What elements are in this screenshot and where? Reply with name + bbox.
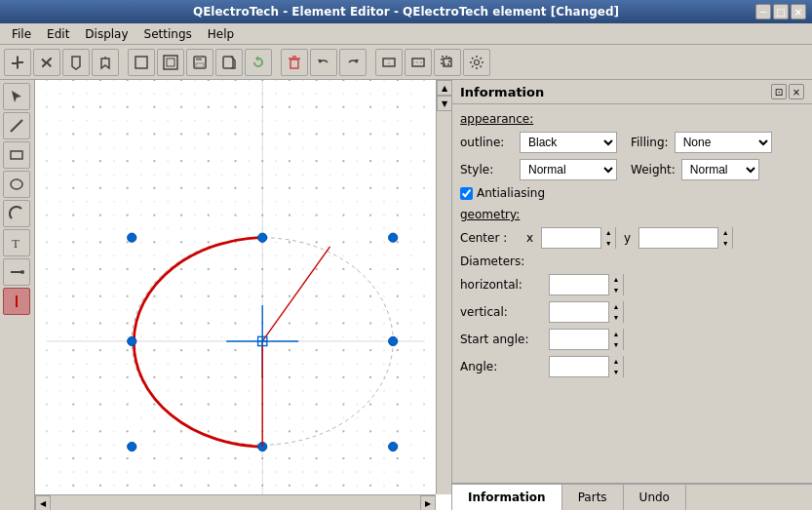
toolbar-btn-resize-h[interactable] [375, 49, 403, 76]
horizontal-spin-down[interactable]: ▼ [609, 285, 623, 295]
close-button[interactable]: × [791, 4, 806, 20]
toolbar-btn-1[interactable] [33, 49, 60, 76]
svg-point-21 [475, 59, 480, 64]
y-spin-up[interactable]: ▲ [718, 227, 732, 238]
toolbar-btn-4[interactable] [128, 49, 155, 76]
x-spin-down[interactable]: ▼ [601, 238, 615, 249]
antialiasing-checkbox[interactable] [460, 187, 473, 200]
canvas-container[interactable]: ▲ ▼ ◀ ▶ [35, 80, 451, 510]
toolbar-btn-5[interactable] [157, 49, 184, 76]
toolbar-btn-refresh[interactable] [245, 49, 272, 76]
svg-rect-46 [46, 80, 424, 494]
tab-undo[interactable]: Undo [624, 485, 686, 510]
outline-filling-row: outline: Black White Red Blue Filling: N… [460, 132, 804, 153]
horizontal-spinbox[interactable]: 50,00 ▲ ▼ [549, 274, 624, 295]
minimize-button[interactable]: ─ [755, 4, 771, 20]
start-angle-input[interactable]: 58 [550, 330, 608, 349]
filling-select[interactable]: None White Black [675, 132, 772, 153]
y-spin-down[interactable]: ▼ [718, 238, 732, 249]
toolbar-btn-resize-v[interactable] [405, 49, 432, 76]
scroll-up-btn[interactable]: ▲ [437, 80, 451, 96]
svg-point-52 [389, 233, 398, 242]
tab-parts[interactable]: Parts [562, 485, 624, 510]
main-area: T [0, 80, 812, 510]
toolbar-btn-undo[interactable] [310, 49, 337, 76]
menubar: File Edit Display Settings Help [0, 23, 812, 45]
titlebar-controls: ─ □ × [755, 4, 806, 20]
tool-active-item[interactable] [3, 288, 30, 315]
outline-label: outline: [460, 136, 514, 149]
tab-information[interactable]: Information [452, 485, 562, 510]
angle-spin-down[interactable]: ▼ [609, 367, 623, 377]
svg-rect-10 [290, 59, 298, 68]
canvas-svg [35, 80, 436, 494]
toolbar-btn-copy[interactable] [434, 49, 461, 76]
x-spinbox[interactable]: 0,00 ▲ ▼ [541, 227, 616, 249]
tool-arc[interactable] [3, 200, 30, 227]
tool-line[interactable] [3, 112, 30, 139]
angle-spin-up[interactable]: ▲ [609, 356, 623, 367]
maximize-button[interactable]: □ [773, 4, 789, 20]
y-spinbox[interactable]: 0,00 ▲ ▼ [638, 227, 733, 249]
tool-rect[interactable] [3, 141, 30, 169]
svg-text:T: T [12, 236, 19, 251]
panel-float-button[interactable]: ⊡ [771, 84, 787, 99]
vertical-spin-down[interactable]: ▼ [609, 312, 623, 323]
canvas-main[interactable] [35, 80, 436, 494]
style-select[interactable]: Normal Dashed Dotted [520, 159, 617, 180]
svg-point-55 [128, 442, 136, 451]
menu-settings[interactable]: Settings [136, 25, 200, 43]
scroll-right-btn[interactable]: ▶ [420, 495, 436, 510]
bottom-tabs: Information Parts Undo [452, 483, 812, 510]
menu-help[interactable]: Help [200, 25, 242, 43]
start-angle-spin-down[interactable]: ▼ [609, 339, 623, 350]
toolbar-btn-0[interactable] [4, 49, 31, 76]
vertical-input[interactable]: 40,00 [550, 302, 608, 322]
vertical-spin-up[interactable]: ▲ [609, 301, 623, 312]
menu-display[interactable]: Display [77, 25, 135, 43]
angle-input[interactable]: 148 [550, 357, 608, 376]
geometry-section: geometry: Center : x 0,00 ▲ ▼ y 0,00 [460, 208, 804, 377]
weight-select[interactable]: Normal Thin Thick [681, 159, 759, 180]
horizontal-scrollbar[interactable]: ◀ ▶ [35, 494, 436, 510]
vertical-row: vertical: 40,00 ▲ ▼ [460, 301, 804, 323]
menu-file[interactable]: File [4, 25, 39, 43]
svg-point-50 [128, 233, 136, 242]
horizontal-spin-up[interactable]: ▲ [609, 274, 623, 285]
start-angle-spinbox-btns: ▲ ▼ [608, 329, 623, 350]
toolbar-btn-save[interactable] [186, 49, 213, 76]
toolbar-btn-save-as[interactable] [215, 49, 243, 76]
x-input[interactable]: 0,00 [542, 228, 600, 248]
toolbar-btn-2[interactable] [62, 49, 90, 76]
tool-terminal[interactable] [3, 258, 30, 286]
angle-spinbox[interactable]: 148 ▲ ▼ [549, 356, 624, 377]
outline-select[interactable]: Black White Red Blue [520, 132, 617, 153]
tool-select[interactable] [3, 83, 30, 110]
angle-spinbox-btns: ▲ ▼ [608, 356, 623, 377]
horizontal-input[interactable]: 50,00 [550, 275, 608, 294]
x-spinbox-btns: ▲ ▼ [600, 227, 615, 249]
vertical-spinbox[interactable]: 40,00 ▲ ▼ [549, 301, 624, 323]
start-angle-spin-up[interactable]: ▲ [609, 329, 623, 339]
panel-close-button[interactable]: × [789, 84, 804, 99]
toolbar-btn-delete[interactable] [281, 49, 308, 76]
scroll-down-btn[interactable]: ▼ [437, 96, 451, 111]
svg-line-22 [11, 120, 22, 132]
tool-ellipse[interactable] [3, 171, 30, 198]
tool-text[interactable]: T [3, 229, 30, 256]
weight-label: Weight: [631, 163, 676, 177]
toolbar-btn-gear[interactable] [463, 49, 490, 76]
toolbar-btn-redo[interactable] [339, 49, 367, 76]
menu-edit[interactable]: Edit [39, 25, 77, 43]
toolbar-btn-3[interactable] [92, 49, 119, 76]
start-angle-spinbox[interactable]: 58 ▲ ▼ [549, 329, 624, 350]
panel-content: appearance: outline: Black White Red Blu… [452, 104, 812, 483]
diameters-row: Diameters: [460, 255, 804, 268]
svg-point-51 [258, 233, 267, 242]
x-spin-up[interactable]: ▲ [601, 227, 615, 238]
antialiasing-row: Antialiasing [460, 186, 804, 200]
scroll-left-btn[interactable]: ◀ [35, 495, 51, 510]
y-input[interactable]: 0,00 [639, 228, 717, 248]
vertical-scrollbar[interactable]: ▲ ▼ [436, 80, 451, 494]
vertical-spinbox-btns: ▲ ▼ [608, 301, 623, 323]
